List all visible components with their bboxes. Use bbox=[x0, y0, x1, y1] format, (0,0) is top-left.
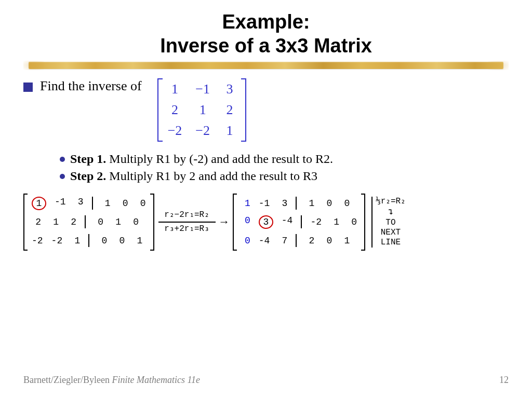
slide-title: Example: Inverse of a 3x3 Matrix bbox=[23, 10, 509, 58]
dot-bullet-icon bbox=[60, 157, 65, 162]
bracket-left-icon bbox=[157, 78, 163, 142]
matrix-cell: 1 bbox=[223, 123, 236, 139]
pivot-circled: 3 bbox=[259, 215, 273, 229]
aug1-grid: 1 -1 3 1 0 0 2 1 2 bbox=[28, 194, 150, 251]
aug-divider bbox=[88, 234, 89, 247]
page-number: 12 bbox=[499, 375, 509, 386]
matrix-cell: 2 bbox=[223, 102, 236, 118]
matrix-cell: 2 bbox=[168, 102, 182, 118]
cell-val: 0 bbox=[94, 217, 103, 227]
cell-val: 0 bbox=[348, 217, 357, 227]
arrow-right-icon: → bbox=[221, 216, 228, 229]
next-label: NEXT bbox=[381, 228, 401, 238]
cell-val: 1 bbox=[340, 236, 350, 246]
row-ops-1: r₂−2r₁=R₂ r₃+2r₁=R₃ bbox=[158, 210, 216, 235]
cell-val: 1 bbox=[49, 217, 59, 227]
cell-val: 1 bbox=[112, 217, 121, 227]
footer-left: Barnett/Ziegler/Byleen Finite Mathematic… bbox=[23, 375, 200, 386]
cell-val: 0 bbox=[241, 236, 250, 246]
augmented-matrix-2: 1 -1 3 1 0 0 0 3 -4 bbox=[233, 194, 365, 251]
cell-val: 0 bbox=[241, 215, 250, 229]
cell-val: -1 bbox=[55, 197, 66, 210]
cell-val: 1 bbox=[36, 198, 42, 209]
aug-divider bbox=[296, 234, 297, 247]
cell-val: -4 bbox=[259, 236, 270, 246]
table-row: 1 -1 3 1 0 0 bbox=[241, 197, 357, 210]
fraction-rule bbox=[158, 222, 216, 223]
step2-body: Multiply R1 by 2 and add the result to R… bbox=[106, 169, 317, 183]
step2-label: Step 2. bbox=[70, 169, 106, 183]
cell-val: 1 bbox=[133, 236, 142, 246]
aug-divider bbox=[92, 197, 93, 210]
table-row: 0 -4 7 2 0 1 bbox=[241, 234, 357, 248]
matrix-cell: 1 bbox=[168, 81, 182, 97]
matrix-grid: 1 −1 3 2 1 2 −2 −2 1 bbox=[163, 78, 241, 142]
cell-val: 0 bbox=[119, 198, 128, 209]
cell-val: 2 bbox=[305, 236, 314, 246]
cell-val: -2 bbox=[310, 217, 322, 227]
title-underline bbox=[29, 62, 503, 69]
cell-val: -1 bbox=[259, 198, 270, 209]
line-label: LINE bbox=[381, 238, 401, 248]
step-2: Step 2. Multiply R1 by 2 and add the res… bbox=[60, 169, 509, 183]
matrix-cell: 1 bbox=[195, 102, 210, 118]
dot-bullet-icon bbox=[60, 174, 65, 179]
cell-val: 0 bbox=[340, 198, 350, 209]
continue-annotation: ⅓r₂=R₂ ↴ TO NEXT LINE bbox=[371, 197, 406, 248]
cell-val: 2 bbox=[67, 217, 76, 227]
input-matrix: 1 −1 3 2 1 2 −2 −2 1 bbox=[157, 78, 246, 142]
table-row: 2 1 2 0 1 0 bbox=[32, 215, 146, 229]
cell-val: 0 bbox=[323, 198, 332, 209]
matrix-cell: −1 bbox=[195, 81, 210, 97]
cell-val: 0 bbox=[323, 236, 332, 246]
slide-footer: Barnett/Ziegler/Byleen Finite Mathematic… bbox=[23, 375, 509, 386]
table-row: 0 3 -4 -2 1 0 bbox=[241, 215, 357, 229]
aug-divider bbox=[296, 197, 297, 210]
step1-body: Multiply R1 by (-2) and add the result t… bbox=[106, 152, 333, 166]
bracket-right-icon bbox=[361, 194, 365, 251]
op-bot: r₃+2r₁=R₃ bbox=[164, 224, 209, 235]
slide: Example: Inverse of a 3x3 Matrix Find th… bbox=[0, 0, 532, 398]
intro-content: Find the inverse of 1 −1 3 2 1 2 −2 −2 1 bbox=[40, 78, 246, 142]
augmented-matrix-1: 1 -1 3 1 0 0 2 1 2 bbox=[23, 194, 154, 251]
cell-val: -2 bbox=[51, 236, 63, 246]
cell-val: 3 bbox=[278, 198, 287, 209]
footer-book: Finite Mathematics 11e bbox=[112, 375, 200, 385]
cell-val: 3 bbox=[74, 197, 84, 210]
cell-val: -4 bbox=[282, 215, 293, 229]
bracket-left-icon bbox=[233, 194, 237, 251]
step1-label: Step 1. bbox=[70, 152, 106, 166]
aug2-grid: 1 -1 3 1 0 0 0 3 -4 bbox=[237, 194, 361, 251]
title-line-2: Inverse of a 3x3 Matrix bbox=[160, 35, 372, 57]
op-top: r₂−2r₁=R₂ bbox=[164, 210, 209, 221]
matrix-cell: 3 bbox=[223, 81, 236, 97]
step-1-text: Step 1. Multiply R1 by (-2) and add the … bbox=[70, 152, 333, 166]
cell-val: 3 bbox=[263, 217, 269, 227]
cell-val: 2 bbox=[32, 217, 41, 227]
footer-authors: Barnett/Ziegler/Byleen bbox=[23, 375, 112, 385]
bracket-right-icon bbox=[150, 194, 154, 251]
cell-val: 0 bbox=[129, 217, 139, 227]
title-line-1: Example: bbox=[222, 11, 310, 33]
step-2-text: Step 2. Multiply R1 by 2 and add the res… bbox=[70, 169, 317, 183]
to-label: TO bbox=[385, 218, 395, 228]
bracket-left-icon bbox=[23, 194, 28, 251]
arrow-down-icon: ↴ bbox=[388, 207, 393, 218]
cell-val: -2 bbox=[32, 236, 43, 246]
cell-val: 0 bbox=[137, 198, 146, 209]
aug-divider bbox=[85, 215, 86, 228]
table-row: -2 -2 1 0 0 1 bbox=[32, 234, 146, 248]
table-row: 1 -1 3 1 0 0 bbox=[32, 197, 146, 210]
step-1: Step 1. Multiply R1 by (-2) and add the … bbox=[60, 152, 509, 166]
cell-val: 1 bbox=[101, 198, 111, 209]
bracket-right-icon bbox=[241, 78, 246, 142]
op-next: ⅓r₂=R₂ bbox=[376, 197, 406, 207]
aug-divider bbox=[301, 215, 302, 228]
intro-bullet: Find the inverse of 1 −1 3 2 1 2 −2 −2 1 bbox=[23, 78, 509, 142]
cell-val: 1 bbox=[71, 236, 80, 246]
cell-val: 0 bbox=[115, 236, 125, 246]
step-list: Step 1. Multiply R1 by (-2) and add the … bbox=[60, 152, 509, 183]
square-bullet-icon bbox=[23, 83, 33, 92]
cell-val: 1 bbox=[305, 198, 314, 209]
cell-val: 0 bbox=[98, 236, 107, 246]
